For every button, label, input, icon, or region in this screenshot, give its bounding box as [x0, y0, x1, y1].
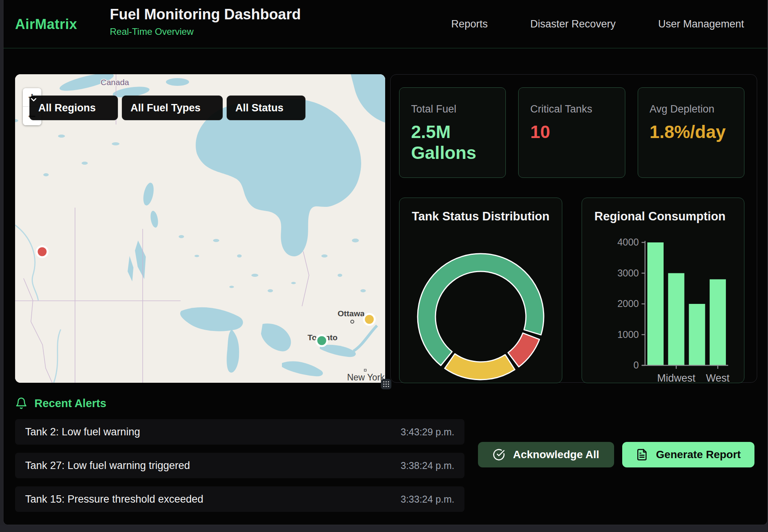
bar-region-2	[689, 304, 705, 365]
app-panel: AirMatrix Fuel Monitoring Dashboard Real…	[3, 0, 768, 525]
alert-text: Tank 15: Pressure threshold exceeded	[25, 493, 203, 505]
newyork-town-icon	[364, 369, 366, 371]
nav-reports[interactable]: Reports	[451, 18, 488, 30]
file-text-icon	[636, 448, 648, 461]
status-filter-label: All Status	[236, 102, 284, 114]
stat-card-avg-depletion: Avg Depletion 1.8%/day	[638, 87, 744, 178]
stat-label: Critical Tanks	[530, 103, 613, 115]
bar-region-3	[710, 279, 726, 365]
y-axis-tick-label: 1000	[617, 329, 639, 340]
alert-text: Tank 27: Low fuel warning triggered	[25, 460, 190, 472]
alert-list-item[interactable]: Tank 15: Pressure threshold exceeded 3:3…	[15, 486, 464, 512]
regional-consumption-bar-chart: 01000200030004000MidwestWest	[582, 198, 744, 383]
x-axis-tick-label: Midwest	[657, 372, 696, 383]
title-block: Fuel Monitoring Dashboard Real-Time Over…	[110, 6, 301, 37]
stat-label: Avg Depletion	[650, 103, 732, 115]
stat-value: 2.5M Gallons	[411, 121, 494, 164]
page-title: Fuel Monitoring Dashboard	[110, 6, 301, 23]
map-label-new-york: New York	[347, 372, 385, 382]
header: AirMatrix Fuel Monitoring Dashboard Real…	[3, 0, 767, 48]
tank-status-donut-chart	[399, 198, 562, 383]
page-subtitle: Real-Time Overview	[110, 26, 301, 37]
map-canvas: Canada Ottawa Toronto New York	[15, 74, 385, 383]
chart-title: Tank Status Distribution	[412, 210, 550, 223]
y-axis-tick-label: 3000	[617, 268, 639, 278]
tank-status-distribution-card: Tank Status Distribution	[399, 198, 562, 383]
donut-segment-red	[508, 333, 539, 367]
alert-timestamp: 3:43:29 p.m.	[401, 426, 454, 438]
check-circle-icon	[493, 448, 505, 461]
map-label-ottawa: Ottawa	[338, 309, 365, 318]
alert-timestamp: 3:33:24 p.m.	[401, 494, 454, 505]
stat-label: Total Fuel	[411, 103, 494, 115]
bar-region-1	[668, 273, 684, 366]
alert-list-item[interactable]: Tank 2: Low fuel warning 3:43:29 p.m.	[15, 419, 464, 445]
alert-timestamp: 3:38:24 p.m.	[401, 460, 454, 471]
bell-icon	[15, 397, 27, 409]
y-axis-tick-label: 2000	[617, 298, 639, 309]
bar-region-0	[647, 242, 664, 365]
nav-disaster-recovery[interactable]: Disaster Recovery	[530, 18, 616, 30]
map-drag-handle-icon[interactable]	[381, 379, 391, 389]
generate-report-button[interactable]: Generate Report	[622, 442, 754, 467]
alert-list-item[interactable]: Tank 27: Low fuel warning triggered 3:38…	[15, 453, 464, 478]
stat-card-critical-tanks: Critical Tanks 10	[518, 87, 625, 178]
map-filters: All Regions All Fuel Types All Status	[29, 95, 305, 120]
tank-marker-critical[interactable]	[37, 246, 48, 257]
tank-marker-normal[interactable]	[316, 335, 327, 346]
fuel-type-filter-dropdown[interactable]: All Fuel Types	[122, 95, 223, 120]
donut-segment-yellow	[445, 354, 515, 380]
stats-row: Total Fuel 2.5M Gallons Critical Tanks 1…	[399, 87, 744, 178]
regional-consumption-card: Regional Consumption 01000200030004000Mi…	[582, 198, 744, 383]
tank-marker-warning[interactable]	[364, 314, 375, 325]
tank-map[interactable]: Canada Ottawa Toronto New York + − All R…	[15, 74, 385, 383]
main-nav: Reports Disaster Recovery User Managemen…	[451, 0, 744, 48]
x-axis-tick-label: West	[706, 372, 730, 383]
stat-card-total-fuel: Total Fuel 2.5M Gallons	[399, 87, 506, 178]
fuel-type-filter-label: All Fuel Types	[131, 102, 201, 114]
stat-value: 1.8%/day	[650, 121, 732, 142]
region-filter-label: All Regions	[38, 102, 96, 114]
y-axis-tick-label: 4000	[617, 237, 639, 247]
nav-user-management[interactable]: User Management	[658, 18, 744, 30]
alert-text: Tank 2: Low fuel warning	[25, 426, 140, 438]
map-label-canada: Canada	[101, 78, 129, 87]
acknowledge-all-label: Acknowledge All	[513, 448, 599, 461]
alerts-title: Recent Alerts	[34, 397, 106, 410]
alerts-header: Recent Alerts	[15, 395, 106, 411]
stat-value: 10	[530, 121, 613, 142]
y-axis-tick-label: 0	[633, 360, 639, 370]
dashboard-right-panel: Total Fuel 2.5M Gallons Critical Tanks 1…	[390, 74, 757, 383]
acknowledge-all-button[interactable]: Acknowledge All	[478, 442, 614, 467]
chart-title: Regional Consumption	[594, 210, 725, 223]
app-logo: AirMatrix	[15, 0, 77, 48]
status-filter-dropdown[interactable]: All Status	[227, 95, 306, 120]
generate-report-label: Generate Report	[656, 448, 741, 461]
page-bottom-strip	[0, 525, 768, 532]
region-filter-dropdown[interactable]: All Regions	[29, 95, 118, 120]
